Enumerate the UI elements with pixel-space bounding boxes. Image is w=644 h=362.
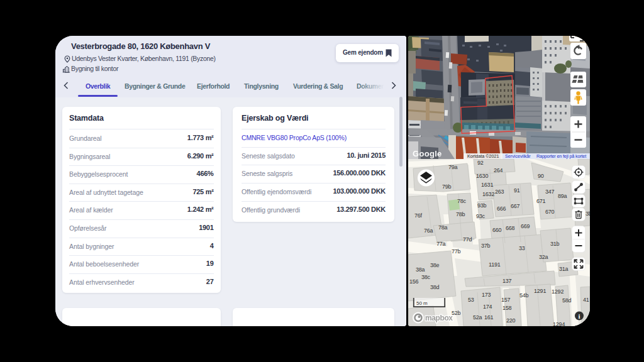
- svg-text:668: 668: [506, 225, 515, 231]
- svg-text:52a: 52a: [473, 314, 482, 321]
- svg-text:Servicevilkår: Servicevilkår: [505, 153, 531, 159]
- svg-text:161: 161: [484, 314, 494, 321]
- svg-text:58d: 58d: [562, 297, 572, 304]
- svg-text:173: 173: [482, 292, 491, 298]
- svg-text:91: 91: [514, 187, 520, 194]
- svg-text:33: 33: [519, 245, 525, 251]
- svg-text:Rapporter en fejl på kortet: Rapporter en fejl på kortet: [536, 153, 586, 159]
- svg-text:93c: 93c: [476, 213, 486, 219]
- svg-text:1291: 1291: [534, 288, 546, 294]
- svg-text:77b: 77b: [452, 248, 461, 255]
- svg-text:670: 670: [545, 209, 555, 215]
- svg-text:32a: 32a: [539, 254, 548, 260]
- svg-text:41: 41: [583, 297, 589, 303]
- svg-text:54b: 54b: [519, 292, 529, 299]
- svg-text:1294: 1294: [553, 321, 565, 326]
- svg-text:1191: 1191: [489, 261, 501, 268]
- svg-text:93b: 93b: [477, 202, 487, 209]
- svg-text:1292: 1292: [552, 288, 564, 295]
- svg-text:79a: 79a: [448, 164, 458, 170]
- svg-text:79b: 79b: [442, 184, 452, 190]
- svg-text:38d: 38d: [430, 284, 440, 290]
- svg-text:156: 156: [409, 278, 419, 285]
- svg-text:3b: 3b: [586, 211, 590, 217]
- svg-text:660: 660: [492, 227, 502, 233]
- svg-text:78b: 78b: [456, 211, 465, 217]
- svg-text:671: 671: [536, 198, 546, 204]
- svg-text:667: 667: [511, 203, 520, 209]
- svg-text:77a: 77a: [436, 241, 446, 247]
- svg-text:157: 157: [501, 297, 511, 303]
- svg-text:78c: 78c: [457, 198, 467, 204]
- svg-text:92: 92: [477, 160, 484, 166]
- svg-text:1630: 1630: [476, 173, 488, 179]
- svg-text:31a: 31a: [559, 266, 569, 272]
- svg-text:666: 666: [497, 206, 506, 212]
- svg-text:1631: 1631: [481, 182, 493, 188]
- svg-text:Kortdata ©2021: Kortdata ©2021: [467, 153, 499, 159]
- svg-text:264: 264: [494, 167, 503, 173]
- svg-text:i: i: [578, 312, 580, 320]
- svg-text:52b: 52b: [452, 310, 461, 316]
- svg-text:50 m: 50 m: [416, 300, 428, 306]
- svg-text:mapbox: mapbox: [425, 314, 453, 322]
- svg-text:76a: 76a: [424, 228, 433, 234]
- svg-text:137: 137: [502, 278, 512, 284]
- svg-text:77d: 77d: [463, 236, 472, 243]
- svg-text:Google: Google: [413, 149, 442, 158]
- svg-text:31b: 31b: [550, 241, 560, 247]
- svg-text:263: 263: [495, 189, 504, 195]
- svg-text:174: 174: [483, 304, 492, 310]
- svg-text:220: 220: [506, 317, 516, 324]
- svg-text:669: 669: [521, 223, 530, 229]
- svg-text:38a: 38a: [416, 266, 425, 273]
- svg-text:89a: 89a: [558, 193, 567, 199]
- svg-text:158: 158: [502, 305, 512, 311]
- svg-text:90: 90: [538, 173, 544, 179]
- svg-text:38c: 38c: [421, 274, 431, 280]
- svg-text:37b: 37b: [481, 243, 491, 249]
- svg-text:76f: 76f: [414, 212, 423, 219]
- svg-text:53: 53: [468, 297, 474, 303]
- svg-text:78a: 78a: [438, 224, 448, 231]
- svg-text:38e: 38e: [430, 262, 440, 268]
- svg-text:1632: 1632: [482, 191, 494, 197]
- svg-text:347: 347: [545, 189, 555, 195]
